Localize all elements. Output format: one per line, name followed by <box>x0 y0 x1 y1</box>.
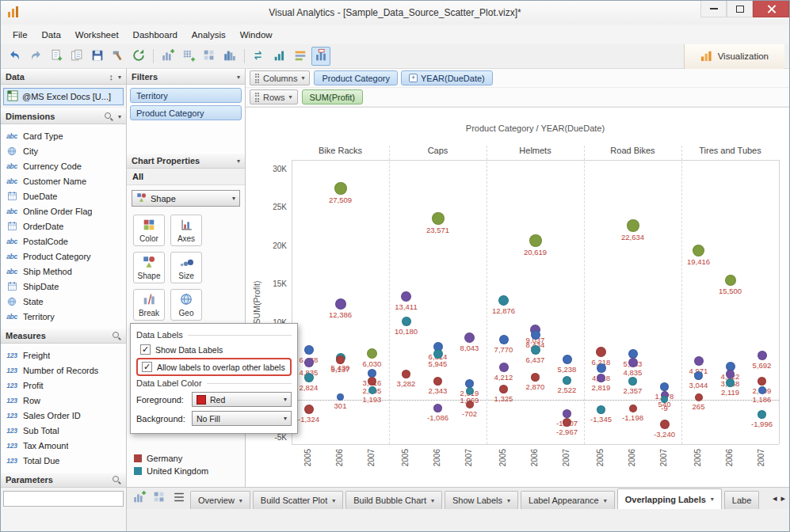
field-profit[interactable]: 123Profit <box>1 378 126 393</box>
field-row[interactable]: 123Row <box>1 393 126 408</box>
undo-button[interactable] <box>6 47 25 66</box>
add-matrix-button[interactable] <box>200 47 219 66</box>
chevron-down-icon[interactable]: ▾ <box>332 497 335 504</box>
scroll-tabs-right-icon[interactable]: ▸ <box>780 493 785 504</box>
field-online-order-flag[interactable]: abcOnline Order Flag <box>1 203 126 218</box>
menu-window[interactable]: Window <box>233 27 280 43</box>
data-point[interactable] <box>433 404 442 412</box>
field-shipdate[interactable]: ShipDate <box>1 279 126 294</box>
data-point[interactable] <box>596 347 606 357</box>
data-point[interactable] <box>531 330 540 340</box>
new-dashboard-button[interactable] <box>151 490 167 506</box>
chevron-down-icon[interactable]: ▾ <box>711 496 714 503</box>
data-point[interactable] <box>627 219 639 232</box>
data-point[interactable] <box>368 377 376 386</box>
field-duedate[interactable]: DueDate <box>1 188 126 203</box>
chevron-down-icon[interactable]: ▾ <box>118 74 121 81</box>
minimize-button[interactable] <box>700 1 727 17</box>
data-point[interactable] <box>466 401 474 408</box>
data-point[interactable] <box>531 373 540 382</box>
visualization-button[interactable]: Visualization <box>684 44 784 69</box>
tab-overview[interactable]: Overview▾ <box>190 491 250 509</box>
chevron-down-icon[interactable]: ▾ <box>604 497 607 504</box>
chevron-down-icon[interactable]: ▾ <box>239 497 242 504</box>
data-point[interactable] <box>758 351 767 360</box>
scroll-tabs-left-icon[interactable]: ◂ <box>773 493 777 504</box>
chart-properties-header[interactable]: Chart Properties ▾ <box>127 153 245 169</box>
search-dimensions-icon[interactable] <box>105 112 113 121</box>
columns-shelf-control[interactable]: Columns ▾ <box>250 70 310 86</box>
new-sheet-button[interactable] <box>132 490 147 506</box>
data-point[interactable] <box>304 358 314 367</box>
pill-product-category[interactable]: Product Category <box>314 70 398 86</box>
filters-header[interactable]: Filters ▾ <box>127 69 245 85</box>
filter-pill-territory[interactable]: Territory <box>130 88 242 103</box>
menu-worksheet[interactable]: Worksheet <box>68 27 126 43</box>
pill-year-duedate[interactable]: +YEAR(DueDate) <box>401 70 493 86</box>
field-customer-name[interactable]: abcCustomer Name <box>1 173 126 188</box>
show-labels-button[interactable] <box>311 47 330 66</box>
data-point[interactable] <box>597 405 605 414</box>
field-freight[interactable]: 123Freight <box>1 348 126 363</box>
tab-label-appearance[interactable]: Label Appearance▾ <box>521 491 615 509</box>
chevron-down-icon[interactable]: ▾ <box>237 74 240 81</box>
data-point[interactable] <box>499 363 509 372</box>
chart-properties-scope[interactable]: All <box>127 169 245 185</box>
data-point[interactable] <box>628 349 638 359</box>
data-point[interactable] <box>499 385 508 393</box>
menu-analysis[interactable]: Analysis <box>185 27 233 43</box>
data-point[interactable] <box>499 335 509 344</box>
show-data-labels-checkbox[interactable]: ✓ <box>140 344 151 355</box>
data-point[interactable] <box>304 373 314 382</box>
data-point[interactable] <box>337 393 344 401</box>
data-point[interactable] <box>335 298 346 310</box>
data-point[interactable] <box>661 396 668 403</box>
field-currency-code[interactable]: abcCurrency Code <box>1 158 126 173</box>
maximize-button[interactable] <box>727 1 753 17</box>
filter-pill-product-category[interactable]: Product Category <box>130 105 242 120</box>
chevron-down-icon[interactable]: ▾ <box>507 497 510 504</box>
break-button[interactable]: Break <box>133 289 165 321</box>
data-point[interactable] <box>694 371 703 380</box>
data-point[interactable] <box>758 410 766 419</box>
parameters-box[interactable] <box>3 491 124 507</box>
show-data-labels-option[interactable]: ✓ Show Data Labels <box>136 342 292 357</box>
data-point[interactable] <box>758 386 766 394</box>
data-point[interactable] <box>597 374 605 382</box>
data-point[interactable] <box>563 355 572 364</box>
data-point[interactable] <box>433 349 443 359</box>
new-worksheet-button[interactable] <box>47 47 66 66</box>
data-point[interactable] <box>695 393 703 401</box>
sheet-list-button[interactable] <box>171 490 187 506</box>
data-point[interactable] <box>304 405 314 414</box>
tab-labe[interactable]: Labe <box>724 491 759 509</box>
chevron-down-icon[interactable]: ▾ <box>431 497 434 504</box>
data-point[interactable] <box>725 275 736 286</box>
refresh-data-button[interactable] <box>129 47 148 66</box>
data-point[interactable] <box>563 409 571 418</box>
add-crosstab-button[interactable] <box>179 47 198 66</box>
dimensions-header[interactable]: Dimensions ▾ <box>1 108 126 124</box>
expand-icon[interactable]: + <box>409 74 418 82</box>
overlap-labels-checkbox[interactable]: ✓ <box>142 362 152 372</box>
menu-data[interactable]: Data <box>35 27 68 43</box>
data-point[interactable] <box>563 376 571 385</box>
data-point[interactable] <box>660 382 669 391</box>
dimensions-menu-icon[interactable]: ▾ <box>118 113 121 120</box>
data-point[interactable] <box>402 370 410 378</box>
overlap-labels-option[interactable]: ✓ Allow labels to overlap other labels <box>138 359 290 374</box>
menu-dashboard[interactable]: Dashboard <box>126 27 185 43</box>
data-point[interactable] <box>466 387 474 395</box>
tab-show-labels[interactable]: Show Labels▾ <box>445 491 518 509</box>
shape-selector-dropdown[interactable]: Shape ▾ <box>132 190 240 207</box>
close-button[interactable] <box>753 1 789 17</box>
color-button[interactable]: Color <box>133 215 165 246</box>
data-point[interactable] <box>368 386 376 394</box>
add-bar-chart-button[interactable] <box>158 47 177 66</box>
data-point[interactable] <box>401 291 411 302</box>
field-sales-order-id[interactable]: 123Sales Order ID <box>1 408 126 423</box>
data-source-item[interactable]: @MS Excel Docs [U...] <box>3 88 124 105</box>
data-point[interactable] <box>402 317 411 326</box>
field-city[interactable]: City <box>1 143 126 158</box>
data-point[interactable] <box>432 212 445 225</box>
